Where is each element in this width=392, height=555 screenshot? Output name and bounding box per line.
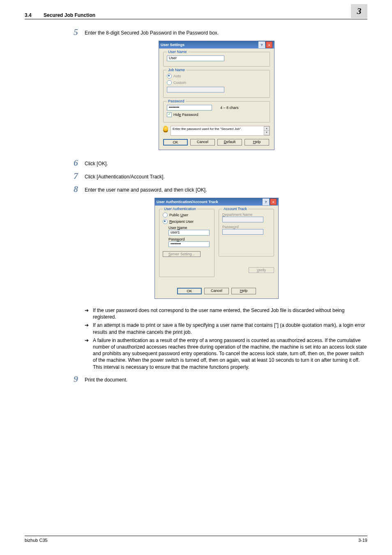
radio-public-user[interactable] [163,213,168,217]
dialog2-title: User Authentication/Account Track [157,200,218,204]
radio-custom[interactable] [167,80,172,85]
figure-user-settings: User Settings ? × User Name User [66,41,367,150]
close-icon[interactable]: × [270,199,277,205]
section-title: Secured Job Function [44,12,95,18]
auth-password-label: Password [168,237,211,241]
step-8-text: Enter the user name and password, and th… [85,185,367,193]
dialog1-button-row: OK Cancel Default Help [163,139,270,146]
step-6-number: 6 [66,158,78,167]
chapter-box: 3 [351,4,367,18]
cancel-button[interactable]: Cancel [190,139,215,146]
server-setting-button[interactable]: Server Setting... [163,251,201,257]
cancel-button[interactable]: Cancel [204,288,229,294]
group-user-auth: User Authentication Public User Recipien… [159,209,214,277]
help-icon[interactable]: ? [263,199,269,205]
arrow-icon: ➔ [85,337,93,370]
bulb-icon [163,126,168,132]
page-footer: bizhub C35 3-19 [25,536,367,543]
dialog1-titlebar[interactable]: User Settings ? × [159,41,274,49]
step-5-number: 5 [66,28,78,37]
radio-custom-label: Custom [173,81,186,85]
page-header-left: 3.4 Secured Job Function [25,12,95,18]
default-button[interactable]: Default [217,139,242,146]
step-9-number: 9 [66,375,78,384]
ok-button[interactable]: OK [177,288,202,294]
footer-right: 3-19 [358,538,367,543]
hint-text: Enter the password used for the "Secured… [171,126,270,136]
dept-name-input [222,217,263,222]
chapter-number: 3 [357,6,362,16]
auth-username-label: User Name [168,226,211,230]
step-7-number: 7 [66,171,78,180]
verify-button[interactable]: Verify [249,267,274,273]
help-button[interactable]: Help [231,288,256,294]
ok-button[interactable]: OK [163,139,188,146]
note-1-text: If the user password does not correspond… [93,307,367,320]
group-jobname-legend: Job Name [167,68,186,72]
radio-auto-label: Auto [173,74,181,78]
hide-password-checkbox[interactable] [167,112,172,117]
group-password-legend: Password [167,99,186,103]
username-input[interactable]: User [167,56,224,61]
auth-dialog: User Authentication/Account Track ? × Us… [154,198,279,299]
help-icon[interactable]: ? [258,42,265,48]
dialog1-title: User Settings [161,43,184,47]
group-account-track: Account Track Department Name Password [219,209,274,257]
user-settings-dialog: User Settings ? × User Name User [159,41,274,150]
acct-password-input [222,229,263,235]
jobname-custom-input [167,87,224,92]
hint-row: Enter the password used for the "Secured… [163,126,270,136]
note-2-text: If an attempt is made to print or save a… [93,322,367,335]
arrow-icon: ➔ [85,322,93,335]
scroll-down-icon[interactable]: ▼ [264,130,270,135]
dialog2-button-row: OK Cancel Help [159,288,274,294]
group-jobname: Job Name Auto Custom [163,70,270,98]
radio-recipient-user-label: Recipient User [169,220,194,224]
group-user-auth-legend: User Authentication [163,207,197,211]
note-3-text: A failure in authentication as a result … [93,337,367,370]
section-number: 3.4 [25,12,32,18]
note-2: ➔ If an attempt is made to print or save… [85,322,367,335]
step-6: 6 Click [OK]. [66,158,367,167]
hide-password-label: Hide Password [173,113,198,117]
step-8-number: 8 [66,185,78,194]
note-1: ➔ If the user password does not correspo… [85,307,367,320]
acct-password-label: Password [222,225,270,229]
step-5-text: Enter the 8-digit Secured Job Password i… [85,28,367,36]
auth-password-input[interactable]: •••••••• [168,241,210,247]
group-account-track-legend: Account Track [222,207,248,211]
step-9: 9 Print the document. [66,375,367,384]
footer-left: bizhub C35 [25,538,48,543]
dialog2-titlebar[interactable]: User Authentication/Account Track ? × [155,198,278,206]
password-input[interactable]: •••••••• [167,105,212,111]
auth-username-input[interactable]: user1 [168,230,210,236]
header-rule [25,19,367,19]
radio-public-user-label: Public User [169,213,188,217]
hint-text-content: Enter the password used for the "Secured… [173,127,242,131]
step-7-text: Click [Authentication/Account Track]. [85,171,367,180]
group-username-legend: User Name [167,50,188,54]
notes-list: ➔ If the user password does not correspo… [85,307,367,370]
group-password: Password •••••••• 4 – 8 chars Hide Passw… [163,101,270,123]
close-icon[interactable]: × [266,42,272,48]
step-8: 8 Enter the user name and password, and … [66,185,367,194]
figure-auth-dialog: User Authentication/Account Track ? × Us… [66,198,367,299]
arrow-icon: ➔ [85,307,93,320]
radio-recipient-user[interactable] [163,219,168,224]
step-6-text: Click [OK]. [85,158,367,166]
dept-name-label: Department Name [222,213,270,217]
radio-auto[interactable] [167,74,172,79]
group-username: User Name User [163,52,270,67]
password-range: 4 – 8 chars [220,106,239,110]
step-9-text: Print the document. [85,375,367,383]
note-3: ➔ A failure in authentication as a resul… [85,337,367,370]
help-button[interactable]: Help [244,139,269,146]
step-7: 7 Click [Authentication/Account Track]. [66,171,367,180]
step-5: 5 Enter the 8-digit Secured Job Password… [66,28,367,37]
